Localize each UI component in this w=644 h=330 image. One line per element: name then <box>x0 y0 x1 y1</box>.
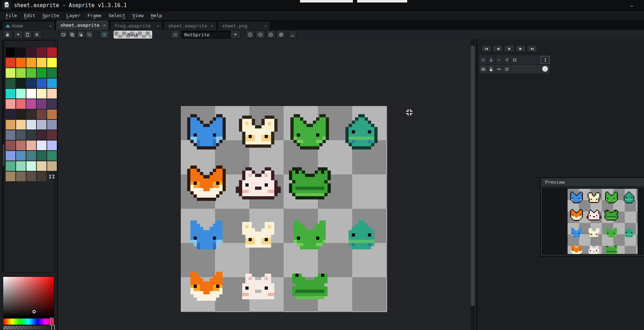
symmetry-options-button[interactable]: … <box>289 31 296 39</box>
menu-help[interactable]: Help <box>147 12 165 19</box>
tab-close-icon[interactable]: × <box>45 23 52 29</box>
playback-play-button[interactable] <box>504 45 514 52</box>
palette-swatch-37[interactable] <box>26 120 36 130</box>
palette-swatch-16[interactable] <box>16 78 26 88</box>
palette-swatch-61[interactable] <box>16 172 26 181</box>
mask-button[interactable]: Mask <box>114 31 152 39</box>
playback-last-button[interactable] <box>527 45 537 52</box>
palette-swatch-11[interactable] <box>16 68 26 78</box>
palette-swatch-41[interactable] <box>16 130 26 140</box>
palette-swatch-53[interactable] <box>37 151 46 161</box>
menu-layer[interactable]: Layer <box>63 12 84 19</box>
alpha-slider[interactable] <box>3 325 54 330</box>
tab-frog-aseprite[interactable]: frog.aseprite× <box>110 21 163 30</box>
symmetry-cross-button[interactable] <box>276 31 286 39</box>
palette-swatch-50[interactable] <box>6 151 15 161</box>
layer-lock-open-icon[interactable] <box>487 65 495 73</box>
tab-home[interactable]: Home× <box>2 21 55 30</box>
palette-swatch-5[interactable] <box>6 58 15 67</box>
sv-marker[interactable] <box>33 310 36 313</box>
timeline-header-dots-icon[interactable] <box>495 55 503 64</box>
minimize-button[interactable]: — <box>629 5 635 8</box>
frame-1-header[interactable]: 1 <box>541 56 550 64</box>
palette-swatch-42[interactable] <box>26 130 36 140</box>
layer-eye-icon[interactable] <box>479 65 487 73</box>
edit-palette-button[interactable] <box>3 31 12 39</box>
tab-sheet-aseprite[interactable]: sheet.aseprite× <box>163 21 216 30</box>
tab-close-icon[interactable]: × <box>153 23 160 29</box>
canvas-editor[interactable] <box>57 39 476 330</box>
palette-swatch-29[interactable] <box>47 99 57 109</box>
timeline-header-lock-icon[interactable] <box>487 55 495 64</box>
palette-swatch-26[interactable] <box>16 99 26 109</box>
palette-swatch-0[interactable] <box>6 47 15 57</box>
playback-first-button[interactable] <box>481 45 491 52</box>
palette-swatch-23[interactable] <box>37 89 46 98</box>
tab-sheet-aseprite[interactable]: sheet.aseprite× <box>56 20 109 30</box>
marching-ants-button[interactable] <box>99 31 109 39</box>
palette-swatch-18[interactable] <box>37 78 46 88</box>
selection-subtract-button[interactable] <box>76 31 85 39</box>
rotation-algorithm-dropdown-arrow[interactable] <box>230 31 240 39</box>
palette-swatch-2[interactable] <box>26 47 36 57</box>
layer-dots-icon[interactable] <box>495 65 503 73</box>
palette-swatch-8[interactable] <box>37 58 46 67</box>
palette-swatch-6[interactable] <box>16 58 26 67</box>
palette-swatch-19[interactable] <box>47 78 57 88</box>
palette-scrollbar[interactable] <box>3 41 4 271</box>
selection-replace-button[interactable] <box>59 31 68 39</box>
alpha-slider-marker[interactable] <box>51 325 55 330</box>
palette-swatch-62[interactable] <box>26 172 36 181</box>
timeline-header-sliders-icon[interactable] <box>503 55 511 64</box>
palette-swatch-55[interactable] <box>6 161 15 171</box>
palette-swatch-52[interactable] <box>26 151 36 161</box>
palette-swatch-44[interactable] <box>47 130 57 140</box>
grid-button[interactable] <box>170 31 180 39</box>
menu-select[interactable]: Select <box>105 12 129 19</box>
symmetry-horizontal-button[interactable] <box>256 31 265 39</box>
palette-swatch-51[interactable] <box>16 151 26 161</box>
palette-swatch-31[interactable] <box>16 110 26 119</box>
palette-swatch-7[interactable] <box>26 58 36 67</box>
palette-swatch-13[interactable] <box>37 68 46 78</box>
timeline-header-eye-icon[interactable] <box>479 55 487 64</box>
menu-sprite[interactable]: Sprite <box>39 12 63 19</box>
palette-swatch-49[interactable] <box>47 141 57 150</box>
tab-close-icon[interactable]: × <box>261 23 267 29</box>
hue-slider[interactable] <box>3 318 54 325</box>
palette-swatch-60[interactable] <box>6 172 15 181</box>
palette-swatch-54[interactable] <box>47 151 57 161</box>
palette-swatch-22[interactable] <box>26 89 36 98</box>
editor-vertical-scrollbar[interactable] <box>470 39 475 330</box>
menu-view[interactable]: View <box>129 12 147 19</box>
palette-swatch-3[interactable] <box>37 47 46 57</box>
palette-swatch-12[interactable] <box>26 68 36 78</box>
palette-swatch-21[interactable] <box>16 89 26 98</box>
palette-swatch-63[interactable] <box>37 172 46 181</box>
palette-swatch-40[interactable] <box>6 130 15 140</box>
selection-add-button[interactable] <box>68 31 76 39</box>
sprite-sheet-canvas[interactable] <box>181 106 387 312</box>
palette-swatch-9[interactable] <box>47 58 57 67</box>
palette-swatch-46[interactable] <box>16 141 26 150</box>
symmetry-diagonal-button[interactable] <box>266 31 275 39</box>
palette-swatch-4[interactable] <box>47 47 57 57</box>
timeline-header-square-icon[interactable] <box>511 55 519 64</box>
palette-swatch-14[interactable] <box>47 68 57 78</box>
selection-intersect-button[interactable] <box>85 31 94 39</box>
palette-swatch-32[interactable] <box>26 110 36 119</box>
palette-swatch-36[interactable] <box>16 120 26 130</box>
tab-close-icon[interactable]: × <box>100 22 106 28</box>
tab-sheet-png[interactable]: sheet.png× <box>218 21 270 30</box>
palette-swatch-17[interactable] <box>26 78 36 88</box>
palette-swatch-28[interactable] <box>37 99 46 109</box>
symmetry-vertical-button[interactable] <box>245 31 255 39</box>
palette-swatch-39[interactable] <box>47 120 57 130</box>
menu-frame[interactable]: Frame <box>84 12 105 19</box>
palette-swatch-47[interactable] <box>26 141 36 150</box>
timeline-layer-row[interactable] <box>479 65 550 73</box>
menu-file[interactable]: File <box>2 12 20 19</box>
layer-cel-outline-icon[interactable] <box>503 65 511 73</box>
saturation-value-picker[interactable] <box>3 276 54 318</box>
palette-swatch-35[interactable] <box>6 120 15 130</box>
